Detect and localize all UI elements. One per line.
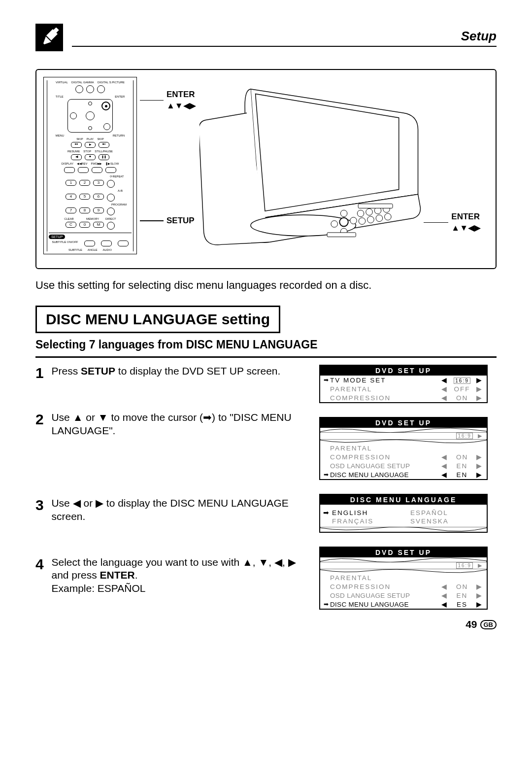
osd-language-option: ➡ENGLISH bbox=[323, 509, 401, 516]
remote-label: STILL/PAUSE bbox=[95, 149, 113, 152]
keypad-btn: 2 bbox=[79, 180, 90, 186]
step-1: 1 Press SETUP to display the DVD SET UP … bbox=[35, 365, 299, 381]
setup-button-icon: SETUP bbox=[49, 235, 65, 239]
remote-label: TITLE bbox=[56, 95, 64, 98]
remote-label: DIGITAL GAMMA bbox=[71, 80, 94, 83]
osd-panel-3: DISC MENU LANGUAGE ➡ENGLISHESPAÑOLFRANÇA… bbox=[319, 494, 488, 533]
step-text: Press SETUP to display the DVD SET UP sc… bbox=[51, 365, 299, 378]
remote-label: DIGITAL S.PICTURE bbox=[98, 80, 125, 83]
remote-label: MEMORY bbox=[86, 217, 99, 220]
step-number: 4 bbox=[35, 556, 49, 573]
svg-point-12 bbox=[339, 218, 348, 226]
remote-label: STOP bbox=[83, 149, 91, 152]
remote-label: RESUME bbox=[67, 149, 80, 152]
step-number: 3 bbox=[35, 497, 49, 514]
keypad-btn: 3 bbox=[93, 180, 104, 186]
osd-row: OSD LANGUAGE SETUP◀EN▶ bbox=[320, 591, 487, 600]
svg-point-15 bbox=[350, 217, 357, 224]
keypad-btn: C bbox=[66, 222, 76, 228]
keypad-btn: 0 bbox=[79, 222, 90, 228]
osd-title: DVD SET UP bbox=[320, 366, 487, 376]
callout-label: ENTER bbox=[451, 212, 481, 222]
keypad-btn: 6 bbox=[93, 194, 104, 200]
osd-value: 16:9 bbox=[456, 433, 472, 439]
page-header: Setup bbox=[35, 24, 497, 51]
remote-label: REV bbox=[81, 162, 87, 165]
remote-label: ANGLE bbox=[88, 248, 98, 251]
svg-point-4 bbox=[357, 210, 364, 217]
torn-edge-icon bbox=[320, 428, 487, 433]
keypad-btn: 5 bbox=[79, 194, 90, 200]
step-4: 4 Select the language you want to use wi… bbox=[35, 556, 299, 596]
page-number: 49 bbox=[466, 619, 477, 630]
step-text: Use ▲ or ▼ to move the cursor (➡) to "DI… bbox=[51, 411, 299, 438]
torn-edge-icon bbox=[320, 439, 487, 444]
remote-label: A-B bbox=[49, 189, 132, 192]
pen-icon bbox=[35, 24, 63, 51]
osd-language-option: ESPAÑOL bbox=[401, 509, 480, 516]
torn-edge-icon bbox=[320, 569, 487, 574]
intro-paragraph: Use this setting for selecting disc menu… bbox=[35, 279, 497, 292]
osd-language-option: FRANÇAIS bbox=[323, 517, 401, 525]
remote-label: SKIP bbox=[97, 137, 103, 140]
osd-screenshots: DVD SET UP ➡TV MODE SET◀16:9▶PARENTAL◀OF… bbox=[319, 365, 497, 610]
svg-rect-18 bbox=[327, 233, 356, 237]
device-diagram: VIRTUALDIGITAL GAMMADIGITAL S.PICTURE TI… bbox=[35, 69, 497, 269]
section-subheading: Selecting 7 languages from DISC MENU LAN… bbox=[35, 335, 497, 358]
steps-container: 1 Press SETUP to display the DVD SET UP … bbox=[35, 365, 497, 610]
region-badge: GB bbox=[480, 620, 497, 629]
remote-label: FWD bbox=[91, 162, 98, 165]
osd-value: 16:9 bbox=[456, 562, 472, 569]
arrows-icon: ▲▼◀▶ bbox=[451, 223, 481, 233]
osd-title: DVD SET UP bbox=[320, 548, 487, 557]
osd-panel-1: DVD SET UP ➡TV MODE SET◀16:9▶PARENTAL◀OF… bbox=[319, 365, 488, 403]
remote-label: PLAY bbox=[87, 137, 94, 140]
callout-enter-player: ENTER ▲▼◀▶ bbox=[424, 212, 481, 233]
step-text: Select the language you want to use with… bbox=[51, 556, 299, 596]
remote-label: SLOW bbox=[110, 162, 119, 165]
svg-point-16 bbox=[340, 210, 347, 217]
remote-label: SUBTITLE ON/OFF bbox=[52, 241, 78, 246]
svg-point-9 bbox=[367, 216, 374, 223]
dpad-icon bbox=[67, 99, 113, 133]
remote-label: VIRTUAL bbox=[56, 80, 68, 83]
osd-language-option: SVENSKA bbox=[401, 517, 480, 525]
keypad-btn: 1 bbox=[66, 180, 76, 186]
svg-point-11 bbox=[385, 213, 392, 220]
torn-edge-icon bbox=[320, 527, 487, 532]
remote-label: RETURN bbox=[113, 134, 125, 137]
remote-label: DISPLAY bbox=[62, 162, 73, 165]
osd-row: OSD LANGUAGE SETUP◀EN▶ bbox=[320, 461, 487, 470]
section-heading: DISC MENU LANGUAGE setting bbox=[35, 306, 280, 333]
step-number: 2 bbox=[35, 411, 49, 428]
svg-point-10 bbox=[376, 215, 383, 222]
osd-title: DVD SET UP bbox=[320, 418, 487, 428]
remote-label: PROGRAM bbox=[49, 203, 132, 206]
remote-label: ENTER bbox=[115, 95, 125, 98]
osd-row: ➡DISC MENU LANGUAGE◀ES▶ bbox=[320, 600, 487, 609]
osd-title: DISC MENU LANGUAGE bbox=[320, 495, 487, 505]
osd-row: COMPRESSION◀ON▶ bbox=[320, 582, 487, 591]
step-text: Use ◀ or ▶ to display the DISC MENU LANG… bbox=[51, 497, 299, 523]
svg-point-13 bbox=[331, 221, 338, 228]
osd-row: PARENTAL◀OFF▶ bbox=[320, 384, 487, 393]
osd-row: COMPRESSION◀ON▶ bbox=[320, 393, 487, 402]
step-2: 2 Use ▲ or ▼ to move the cursor (➡) to "… bbox=[35, 411, 299, 438]
keypad-btn: 7 bbox=[66, 207, 76, 213]
keypad-btn: M bbox=[93, 222, 104, 228]
osd-row: COMPRESSION◀ON▶ bbox=[320, 452, 487, 461]
remote-label: SKIP bbox=[76, 137, 83, 140]
remote-label: MENU bbox=[56, 134, 64, 137]
osd-row: ➡DISC MENU LANGUAGE◀EN▶ bbox=[320, 470, 487, 479]
svg-rect-17 bbox=[358, 204, 393, 208]
manual-page: Setup VIRTUALDIGITAL GAMMADIGITAL S.PICT… bbox=[0, 0, 532, 654]
osd-panel-2: DVD SET UP 16:9 ▶ PARENTALCOMPRESSION◀ON… bbox=[319, 417, 488, 480]
remote-label: REPEAT bbox=[112, 174, 124, 177]
torn-edge-icon bbox=[320, 557, 487, 562]
svg-point-5 bbox=[366, 208, 373, 215]
step-number: 1 bbox=[35, 365, 49, 381]
osd-panel-4: DVD SET UP 16:9 ▶ PARENTALCOMPRESSION◀ON… bbox=[319, 547, 488, 610]
svg-point-8 bbox=[359, 218, 366, 225]
keypad-btn: 8 bbox=[79, 207, 90, 213]
osd-row: PARENTAL bbox=[320, 444, 487, 452]
